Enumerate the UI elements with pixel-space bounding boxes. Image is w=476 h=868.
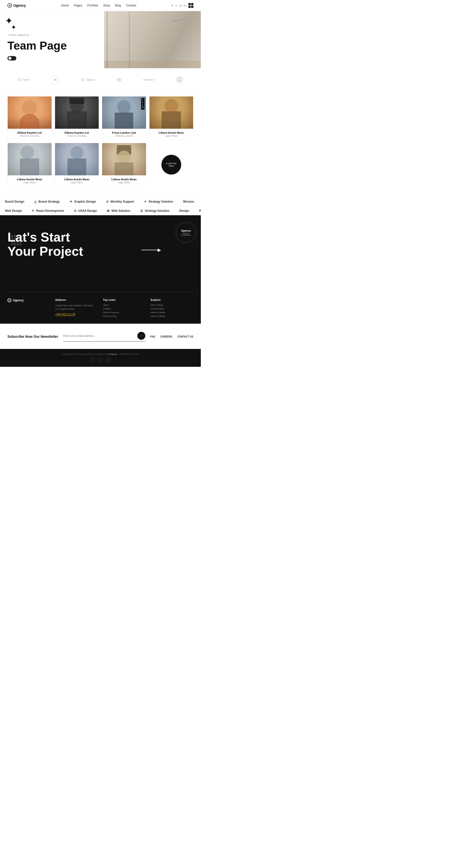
footer-link-careers[interactable]: Careers	[103, 308, 146, 310]
marquee-item-graphic-design: ✛ Graphic Design	[65, 200, 101, 204]
mission-label: Mission	[183, 200, 194, 204]
company-link[interactable]: Company	[107, 353, 117, 355]
footer-link-terms[interactable]: Terms of service	[103, 311, 146, 314]
footer-link-news2[interactable]: News & Media	[151, 315, 194, 317]
breadcrumb-current: About Us	[19, 34, 29, 36]
copyright-text: Copyright © 2023 Ugency Figma Template B…	[7, 353, 193, 355]
footer-explore-col: Explore We're Hiring Cookie Policy News …	[151, 298, 194, 319]
marquee-item-brand-design: Brand Design	[0, 200, 29, 204]
marquee-item-strategy-solution-2: ⊡ Strategy Solution	[135, 209, 174, 213]
brand-design-label: Brand Design	[5, 200, 24, 204]
bottom-linkedin-icon[interactable]: in	[106, 358, 111, 363]
team-section: Elliana Kayden Lol Head of Consulting El…	[0, 91, 201, 196]
nav-pages[interactable]: Pages	[74, 4, 82, 7]
team-role-5: Legal Officer	[10, 181, 49, 184]
person-icon: ⊙	[106, 200, 108, 204]
nav-portfolio[interactable]: Portfolio	[87, 4, 98, 7]
team-card-6: Liliana Austin Beau Legal Officer	[55, 143, 99, 186]
team-card-2-info: Elliana Kayden Lol Head of Consulting	[55, 129, 99, 140]
team-name-7: Liliana Austin Beau	[105, 178, 144, 181]
team-photo-7	[102, 143, 146, 175]
design-label: Design	[179, 209, 189, 213]
footer: ◎ Ugency Address United States 866 Wilsh…	[0, 285, 201, 323]
facebook-label: f	[92, 359, 93, 361]
newsletter-submit-button[interactable]: →	[137, 332, 145, 340]
grid-icon-2: ⊞	[107, 209, 109, 213]
social-in[interactable]: in	[175, 4, 177, 7]
bottom-social-icons: f t in	[7, 358, 193, 363]
grid-icon[interactable]	[188, 3, 193, 8]
page-title: Team Page	[7, 39, 96, 52]
team-card-5-info: Liliana Austin Beau Legal Officer	[8, 175, 52, 186]
footer-logo-col: ◎ Ugency	[7, 298, 50, 319]
join-team-button[interactable]: ● Join Our Team	[161, 155, 181, 175]
marquee-strip-2: Web Design ✦ React Development ⊙ UX/UI D…	[0, 206, 201, 215]
team-card-3: ZEA@ Freya Landon Lyla Marketing Advisor	[102, 96, 146, 140]
partner-w: W	[117, 77, 122, 83]
footer-link-cookie[interactable]: Cookie Policy	[151, 308, 194, 310]
team-role-2: Head of Consulting	[58, 135, 96, 137]
team-role-1: Head of Consulting	[10, 135, 49, 137]
social-tw[interactable]: tw	[179, 4, 182, 7]
footer-grid: ◎ Ugency Address United States 866 Wilsh…	[7, 292, 193, 319]
nav-home[interactable]: Home	[61, 4, 69, 7]
toggle-switch[interactable]	[7, 56, 96, 61]
ogoni-name: ogoni	[23, 78, 29, 81]
footer-toplinks-title: Top Links	[103, 298, 146, 301]
twitter-label: t	[100, 359, 101, 361]
newsletter-email-input[interactable]	[63, 334, 137, 337]
footer-brand-name: Ugency	[13, 299, 24, 302]
partner-m: M	[51, 75, 60, 84]
team-role-4: Legal Officer	[152, 135, 191, 137]
faq-link[interactable]: FAQ	[150, 335, 155, 338]
marquee-item-strategy-solution-1: ✦ Strategy Solution	[139, 200, 178, 204]
web-design-label-r2: Web Design	[199, 209, 201, 213]
social-fb[interactable]: fb	[171, 4, 173, 7]
footer-address-line1: United States 866 Wilshire, 2nd Street	[55, 304, 98, 307]
ugency-partner-name: Ugency	[86, 78, 95, 81]
social-links: fb in tw be	[171, 3, 193, 8]
triangle-icon: △	[34, 200, 36, 204]
footer-link-hiring[interactable]: We're Hiring	[151, 304, 194, 306]
marquee-item-brand-strategy: △ Brand Strategy	[29, 200, 65, 204]
newsletter-section: Subscribe Now Our Newsletter → FAQ CAREE…	[0, 323, 201, 349]
marquee-item-brand-design-r: Brand Design	[199, 200, 201, 204]
react-dev-label: React Development	[36, 209, 64, 213]
bottom-facebook-icon[interactable]: f	[90, 358, 95, 363]
brand-strategy-label: Brand Strategy	[38, 200, 60, 204]
logo[interactable]: ◎ Ugency	[7, 3, 26, 8]
nav-shop[interactable]: Shop	[103, 4, 110, 7]
social-be[interactable]: be	[184, 4, 186, 7]
partner-ogoni: ⊙ ogoni	[18, 78, 29, 81]
team-name-4: Liliana Austin Beau	[152, 131, 191, 134]
team-name-2: Elliana Kayden Lol	[58, 131, 96, 134]
footer-phone[interactable]: +555 4422 111 00	[55, 313, 75, 316]
footer-link-privacy[interactable]: Privacy Policy	[103, 315, 146, 317]
team-card-7: Liliana Austin Beau Legal Officer	[102, 143, 146, 186]
nav-contact[interactable]: Contact	[126, 4, 136, 7]
partner-circle-icon	[176, 76, 183, 83]
marquee-item-web-design: Web Design	[0, 209, 27, 213]
newsletter-form: →	[63, 332, 145, 341]
ring-text: DIGITAL& CREATIVE	[181, 232, 191, 236]
careers-link[interactable]: CAREERS	[160, 335, 172, 338]
breadcrumb: ↗ Home / About Us	[7, 34, 96, 36]
footer-link-about[interactable]: About	[103, 304, 146, 306]
breadcrumb-home[interactable]: Home	[10, 34, 17, 36]
bottom-twitter-icon[interactable]: t	[98, 358, 103, 363]
nav-blog[interactable]: Blog	[115, 4, 121, 7]
team-photo-3: ZEA@	[102, 96, 146, 129]
hero-left: ✦ ✦ ↗ Home / About Us Team Page	[0, 11, 104, 68]
marquee-item-monthly-support: ⊙ Monthly Support	[101, 200, 139, 204]
footer-link-news1[interactable]: News & Media	[151, 311, 194, 314]
nav-links: Home Pages Portfolio Shop Blog Contact	[61, 4, 136, 7]
marquee-strip-1: Brand Design △ Brand Strategy ✛ Graphic …	[0, 196, 201, 206]
navbar: ◎ Ugency Home Pages Portfolio Shop Blog …	[0, 0, 201, 11]
circle-inner	[178, 78, 181, 81]
team-photo-5	[8, 143, 52, 175]
team-card-1-info: Elliana Kayden Lol Head of Consulting	[8, 129, 52, 140]
footer-logo: ◎ Ugency	[7, 298, 50, 302]
footer-address-title: Address	[55, 298, 98, 301]
brand-circle-text: Ugency	[181, 229, 191, 232]
contact-us-link[interactable]: CONTACT US	[177, 335, 193, 338]
